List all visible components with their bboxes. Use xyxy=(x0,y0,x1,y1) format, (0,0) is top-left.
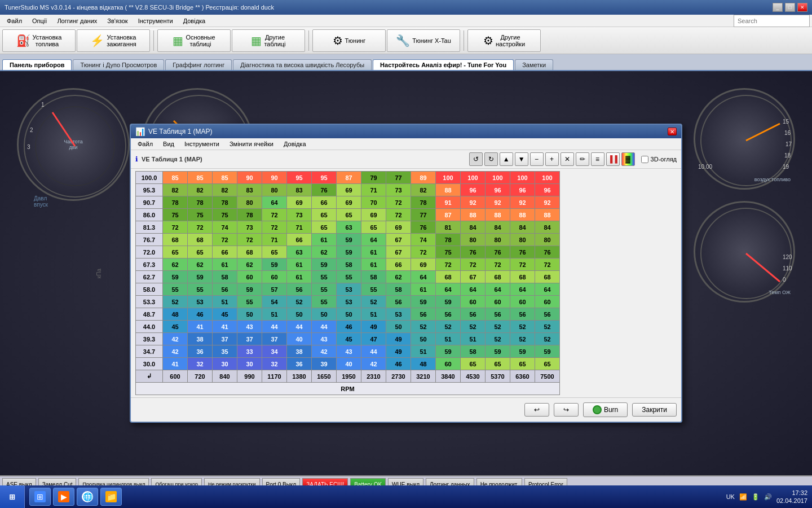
table-cell[interactable]: 37 xyxy=(213,333,237,345)
modal-info-icon[interactable]: ℹ xyxy=(135,155,138,163)
table-cell[interactable]: 68 xyxy=(535,271,560,283)
table-cell[interactable]: 75 xyxy=(436,246,461,259)
table-cell[interactable]: 70 xyxy=(361,196,386,209)
table-cell[interactable]: 83 xyxy=(237,184,262,196)
tuning-xtau-button[interactable]: 🔧 Тюнинг X-Tau xyxy=(387,29,460,52)
table-cell[interactable]: 78 xyxy=(237,209,262,221)
table-cell[interactable]: 61 xyxy=(312,234,337,246)
table-cell[interactable]: 60 xyxy=(262,271,287,283)
table-cell[interactable]: 56 xyxy=(213,283,237,296)
table-cell[interactable]: 30 xyxy=(213,358,237,370)
table-cell[interactable]: 72 xyxy=(535,259,560,271)
table-cell[interactable]: 76 xyxy=(510,246,535,259)
table-cell[interactable]: 65 xyxy=(361,221,386,234)
table-cell[interactable]: 55 xyxy=(237,296,262,308)
burn-button[interactable]: Burn xyxy=(583,402,628,417)
table-cell[interactable]: 59 xyxy=(486,345,510,358)
table-cell[interactable]: 83 xyxy=(287,184,312,196)
table-cell[interactable]: 80 xyxy=(486,234,510,246)
btn-bars[interactable]: ▐▐ xyxy=(606,152,620,166)
table-cell[interactable]: 41 xyxy=(213,321,237,333)
table-cell[interactable]: 60 xyxy=(436,358,461,370)
close-button[interactable]: Закрити xyxy=(632,403,677,417)
table-cell[interactable]: 52 xyxy=(486,333,510,345)
minimize-button[interactable]: _ xyxy=(773,3,783,12)
btn-refresh1[interactable]: ↺ xyxy=(469,152,483,166)
table-cell[interactable]: 61 xyxy=(287,271,312,283)
table-cell[interactable]: 65 xyxy=(312,209,337,221)
table-cell[interactable]: 42 xyxy=(312,345,337,358)
btn-pencil[interactable]: ✏ xyxy=(576,152,589,166)
table-cell[interactable]: 82 xyxy=(411,184,436,196)
modal-menu-file[interactable]: Файл xyxy=(133,139,157,148)
table-cell[interactable]: 64 xyxy=(535,283,560,296)
table-cell[interactable]: 42 xyxy=(163,345,188,358)
table-cell[interactable]: 73 xyxy=(287,209,312,221)
table-cell[interactable]: 66 xyxy=(386,259,411,271)
table-cell[interactable]: 85 xyxy=(163,172,188,184)
table-cell[interactable]: 84 xyxy=(535,221,560,234)
table-cell[interactable]: 62 xyxy=(386,271,411,283)
table-cell[interactable]: 51 xyxy=(262,308,287,321)
table-cell[interactable]: 46 xyxy=(188,308,213,321)
table-cell[interactable]: 45 xyxy=(337,333,361,345)
table-cell[interactable]: 72 xyxy=(461,259,486,271)
table-cell[interactable]: 59 xyxy=(337,246,361,259)
table-cell[interactable]: 69 xyxy=(337,184,361,196)
table-cell[interactable]: 100 xyxy=(461,172,486,184)
checkbox-3d[interactable] xyxy=(641,156,648,163)
table-cell[interactable]: 48 xyxy=(411,358,436,370)
taskbar-app-windows[interactable]: ⊞ xyxy=(29,488,51,506)
table-cell[interactable]: 55 xyxy=(188,283,213,296)
taskbar-app-media[interactable]: ▶ xyxy=(53,488,74,506)
table-cell[interactable]: 68 xyxy=(163,234,188,246)
fuel-setup-button[interactable]: ⛽ Установка топлива xyxy=(2,29,76,52)
table-cell[interactable]: 49 xyxy=(386,333,411,345)
table-cell[interactable]: 52 xyxy=(486,321,510,333)
table-cell[interactable]: 61 xyxy=(287,259,312,271)
table-cell[interactable]: 72 xyxy=(163,221,188,234)
table-cell[interactable]: 52 xyxy=(361,296,386,308)
table-cell[interactable]: 39 xyxy=(312,358,337,370)
table-cell[interactable]: 35 xyxy=(213,345,237,358)
table-cell[interactable]: 52 xyxy=(535,333,560,345)
table-cell[interactable]: 56 xyxy=(411,308,436,321)
redo-button[interactable]: ↪ xyxy=(554,403,579,417)
table-cell[interactable]: 37 xyxy=(237,333,262,345)
table-cell[interactable]: 69 xyxy=(337,196,361,209)
table-cell[interactable]: 51 xyxy=(411,345,436,358)
table-cell[interactable]: 52 xyxy=(163,296,188,308)
table-cell[interactable]: 59 xyxy=(436,296,461,308)
table-cell[interactable]: 80 xyxy=(510,234,535,246)
table-cell[interactable]: 40 xyxy=(287,333,312,345)
table-cell[interactable]: 67 xyxy=(386,234,411,246)
tab-notes[interactable]: Заметки xyxy=(515,59,553,70)
table-cell[interactable]: 51 xyxy=(361,308,386,321)
table-cell[interactable]: 64 xyxy=(361,234,386,246)
search-input[interactable] xyxy=(734,15,810,27)
table-cell[interactable]: 89 xyxy=(411,172,436,184)
table-cell[interactable]: 76 xyxy=(535,246,560,259)
table-cell[interactable]: 44 xyxy=(312,321,337,333)
other-settings-button[interactable]: ⚙ Другие настройки xyxy=(467,29,541,52)
maximize-button[interactable]: □ xyxy=(785,3,795,12)
table-cell[interactable]: 79 xyxy=(361,172,386,184)
table-cell[interactable]: 68 xyxy=(188,234,213,246)
table-cell[interactable]: 52 xyxy=(411,321,436,333)
undo-button[interactable]: ↩ xyxy=(524,403,549,417)
table-cell[interactable]: 72 xyxy=(386,196,411,209)
modal-menu-tools[interactable]: Інструменти xyxy=(180,139,224,148)
table-cell[interactable]: 64 xyxy=(436,283,461,296)
table-cell[interactable]: 96 xyxy=(461,184,486,196)
menu-help[interactable]: Довідка xyxy=(179,16,210,25)
table-cell[interactable]: 62 xyxy=(188,259,213,271)
table-cell[interactable]: 41 xyxy=(163,358,188,370)
checkbox-3d-label[interactable]: 3D-огляд xyxy=(641,156,677,163)
table-cell[interactable]: 62 xyxy=(237,259,262,271)
table-cell[interactable]: 58 xyxy=(213,271,237,283)
table-cell[interactable]: 76 xyxy=(486,246,510,259)
table-cell[interactable]: 50 xyxy=(237,308,262,321)
table-cell[interactable]: 88 xyxy=(486,209,510,221)
table-cell[interactable]: 56 xyxy=(461,308,486,321)
table-cell[interactable]: 72 xyxy=(262,221,287,234)
